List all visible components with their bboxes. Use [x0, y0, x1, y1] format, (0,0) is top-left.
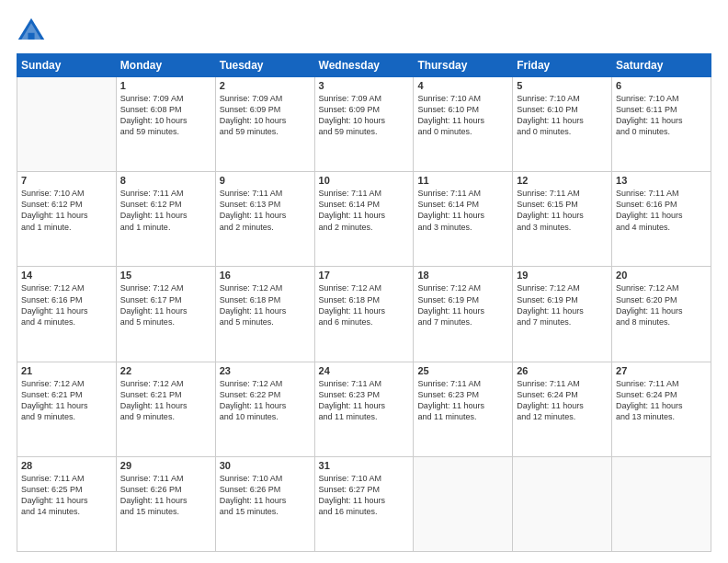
day-info: Sunrise: 7:11 AM Sunset: 6:14 PM Dayligh… — [417, 188, 508, 233]
day-number: 8 — [120, 175, 211, 186]
day-info: Sunrise: 7:10 AM Sunset: 6:10 PM Dayligh… — [517, 93, 608, 138]
day-number: 24 — [319, 365, 410, 376]
day-info: Sunrise: 7:12 AM Sunset: 6:17 PM Dayligh… — [120, 282, 211, 327]
calendar-empty-cell — [612, 456, 711, 551]
day-number: 15 — [120, 270, 211, 281]
calendar-day-cell: 8Sunrise: 7:11 AM Sunset: 6:12 PM Daylig… — [116, 172, 215, 267]
day-number: 11 — [417, 175, 508, 186]
day-info: Sunrise: 7:11 AM Sunset: 6:25 PM Dayligh… — [21, 473, 112, 518]
calendar-day-cell: 19Sunrise: 7:12 AM Sunset: 6:19 PM Dayli… — [513, 267, 612, 362]
calendar-empty-cell — [17, 77, 117, 172]
calendar-day-cell: 29Sunrise: 7:11 AM Sunset: 6:26 PM Dayli… — [116, 456, 215, 551]
calendar-day-cell: 20Sunrise: 7:12 AM Sunset: 6:20 PM Dayli… — [612, 267, 711, 362]
day-number: 29 — [120, 460, 211, 471]
day-info: Sunrise: 7:12 AM Sunset: 6:19 PM Dayligh… — [517, 282, 608, 327]
calendar-table: SundayMondayTuesdayWednesdayThursdayFrid… — [17, 53, 711, 552]
day-info: Sunrise: 7:12 AM Sunset: 6:18 PM Dayligh… — [319, 282, 410, 327]
calendar-empty-cell — [513, 456, 612, 551]
day-number: 13 — [616, 175, 707, 186]
day-number: 25 — [417, 365, 508, 376]
calendar-day-cell: 17Sunrise: 7:12 AM Sunset: 6:18 PM Dayli… — [314, 267, 414, 362]
calendar-day-header: Sunday — [17, 54, 117, 77]
day-number: 27 — [616, 365, 707, 376]
calendar-day-header: Tuesday — [215, 54, 314, 77]
day-info: Sunrise: 7:12 AM Sunset: 6:21 PM Dayligh… — [21, 378, 112, 423]
day-number: 4 — [417, 80, 508, 91]
calendar-day-cell: 28Sunrise: 7:11 AM Sunset: 6:25 PM Dayli… — [17, 456, 117, 551]
calendar-empty-cell — [414, 456, 513, 551]
calendar-day-cell: 11Sunrise: 7:11 AM Sunset: 6:14 PM Dayli… — [414, 172, 513, 267]
svg-rect-2 — [28, 33, 34, 40]
calendar-day-cell: 23Sunrise: 7:12 AM Sunset: 6:22 PM Dayli… — [215, 362, 314, 456]
calendar-day-header: Friday — [513, 54, 612, 77]
calendar-day-cell: 30Sunrise: 7:10 AM Sunset: 6:26 PM Dayli… — [215, 456, 314, 551]
calendar-day-cell: 2Sunrise: 7:09 AM Sunset: 6:09 PM Daylig… — [215, 77, 314, 172]
day-info: Sunrise: 7:10 AM Sunset: 6:27 PM Dayligh… — [319, 473, 410, 518]
calendar-day-cell: 24Sunrise: 7:11 AM Sunset: 6:23 PM Dayli… — [314, 362, 414, 456]
calendar-day-cell: 12Sunrise: 7:11 AM Sunset: 6:15 PM Dayli… — [513, 172, 612, 267]
calendar-week-row: 28Sunrise: 7:11 AM Sunset: 6:25 PM Dayli… — [17, 456, 711, 551]
calendar-day-cell: 18Sunrise: 7:12 AM Sunset: 6:19 PM Dayli… — [414, 267, 513, 362]
calendar-day-cell: 27Sunrise: 7:11 AM Sunset: 6:24 PM Dayli… — [612, 362, 711, 456]
day-number: 6 — [616, 80, 707, 91]
calendar-day-header: Saturday — [612, 54, 711, 77]
day-info: Sunrise: 7:12 AM Sunset: 6:16 PM Dayligh… — [21, 282, 112, 327]
day-info: Sunrise: 7:12 AM Sunset: 6:19 PM Dayligh… — [417, 282, 508, 327]
day-number: 5 — [517, 80, 608, 91]
calendar-day-cell: 25Sunrise: 7:11 AM Sunset: 6:23 PM Dayli… — [414, 362, 513, 456]
day-number: 23 — [220, 365, 311, 376]
day-info: Sunrise: 7:10 AM Sunset: 6:12 PM Dayligh… — [21, 188, 112, 233]
calendar-header-row: SundayMondayTuesdayWednesdayThursdayFrid… — [17, 54, 711, 77]
day-number: 31 — [319, 460, 410, 471]
day-number: 12 — [517, 175, 608, 186]
logo — [17, 17, 51, 46]
calendar-day-cell: 4Sunrise: 7:10 AM Sunset: 6:10 PM Daylig… — [414, 77, 513, 172]
calendar-day-header: Thursday — [414, 54, 513, 77]
calendar-day-cell: 16Sunrise: 7:12 AM Sunset: 6:18 PM Dayli… — [215, 267, 314, 362]
calendar-day-cell: 3Sunrise: 7:09 AM Sunset: 6:09 PM Daylig… — [314, 77, 414, 172]
day-info: Sunrise: 7:09 AM Sunset: 6:09 PM Dayligh… — [220, 93, 311, 138]
day-number: 9 — [220, 175, 311, 186]
day-number: 10 — [319, 175, 410, 186]
day-number: 16 — [220, 270, 311, 281]
day-number: 3 — [319, 80, 410, 91]
day-info: Sunrise: 7:11 AM Sunset: 6:26 PM Dayligh… — [120, 473, 211, 518]
day-number: 19 — [517, 270, 608, 281]
calendar-day-cell: 7Sunrise: 7:10 AM Sunset: 6:12 PM Daylig… — [17, 172, 117, 267]
calendar-day-cell: 9Sunrise: 7:11 AM Sunset: 6:13 PM Daylig… — [215, 172, 314, 267]
calendar-day-cell: 13Sunrise: 7:11 AM Sunset: 6:16 PM Dayli… — [612, 172, 711, 267]
calendar-day-cell: 6Sunrise: 7:10 AM Sunset: 6:11 PM Daylig… — [612, 77, 711, 172]
calendar-day-cell: 21Sunrise: 7:12 AM Sunset: 6:21 PM Dayli… — [17, 362, 117, 456]
calendar-day-cell: 10Sunrise: 7:11 AM Sunset: 6:14 PM Dayli… — [314, 172, 414, 267]
day-info: Sunrise: 7:09 AM Sunset: 6:09 PM Dayligh… — [319, 93, 410, 138]
day-info: Sunrise: 7:11 AM Sunset: 6:12 PM Dayligh… — [120, 188, 211, 233]
day-info: Sunrise: 7:12 AM Sunset: 6:21 PM Dayligh… — [120, 378, 211, 423]
calendar-day-cell: 15Sunrise: 7:12 AM Sunset: 6:17 PM Dayli… — [116, 267, 215, 362]
day-number: 2 — [220, 80, 311, 91]
day-info: Sunrise: 7:11 AM Sunset: 6:24 PM Dayligh… — [616, 378, 707, 423]
day-number: 21 — [21, 365, 112, 376]
day-info: Sunrise: 7:11 AM Sunset: 6:24 PM Dayligh… — [517, 378, 608, 423]
day-info: Sunrise: 7:11 AM Sunset: 6:13 PM Dayligh… — [220, 188, 311, 233]
calendar-day-cell: 1Sunrise: 7:09 AM Sunset: 6:08 PM Daylig… — [116, 77, 215, 172]
day-info: Sunrise: 7:11 AM Sunset: 6:23 PM Dayligh… — [319, 378, 410, 423]
day-info: Sunrise: 7:11 AM Sunset: 6:14 PM Dayligh… — [319, 188, 410, 233]
day-info: Sunrise: 7:09 AM Sunset: 6:08 PM Dayligh… — [120, 93, 211, 138]
calendar-day-header: Wednesday — [314, 54, 414, 77]
day-info: Sunrise: 7:11 AM Sunset: 6:15 PM Dayligh… — [517, 188, 608, 233]
day-info: Sunrise: 7:12 AM Sunset: 6:22 PM Dayligh… — [220, 378, 311, 423]
calendar-week-row: 14Sunrise: 7:12 AM Sunset: 6:16 PM Dayli… — [17, 267, 711, 362]
day-number: 7 — [21, 175, 112, 186]
day-number: 1 — [120, 80, 211, 91]
calendar-day-cell: 14Sunrise: 7:12 AM Sunset: 6:16 PM Dayli… — [17, 267, 117, 362]
day-number: 18 — [417, 270, 508, 281]
calendar-day-cell: 26Sunrise: 7:11 AM Sunset: 6:24 PM Dayli… — [513, 362, 612, 456]
header — [17, 17, 711, 46]
calendar-day-cell: 22Sunrise: 7:12 AM Sunset: 6:21 PM Dayli… — [116, 362, 215, 456]
calendar-day-header: Monday — [116, 54, 215, 77]
day-number: 28 — [21, 460, 112, 471]
day-info: Sunrise: 7:10 AM Sunset: 6:11 PM Dayligh… — [616, 93, 707, 138]
day-info: Sunrise: 7:12 AM Sunset: 6:18 PM Dayligh… — [220, 282, 311, 327]
day-number: 14 — [21, 270, 112, 281]
calendar-week-row: 1Sunrise: 7:09 AM Sunset: 6:08 PM Daylig… — [17, 77, 711, 172]
